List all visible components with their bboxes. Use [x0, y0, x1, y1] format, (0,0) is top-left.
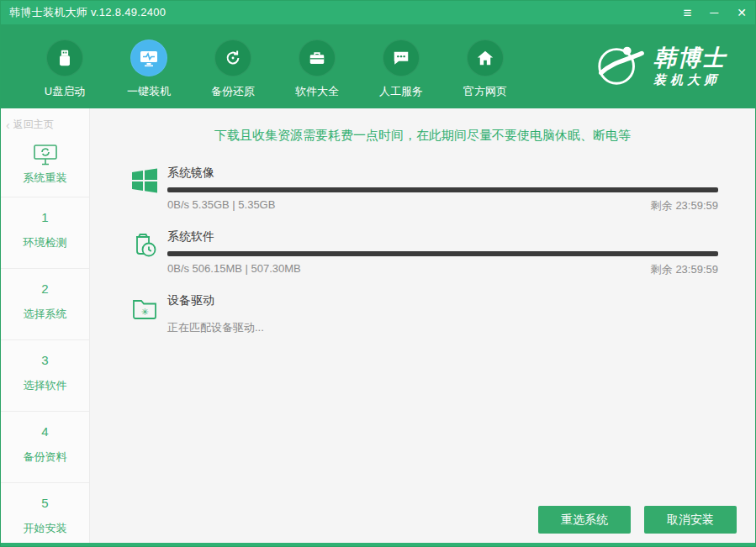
task-list: 系统镜像 0B/s 5.35GB | 5.35GB 剩余 23:59:59 — [90, 144, 755, 335]
step-label: 选择系统 — [1, 307, 89, 322]
nav-item-backup-restore[interactable]: 备份还原 — [191, 24, 275, 108]
window-controls: ≡ ─ ✕ — [683, 6, 747, 20]
step-number: 5 — [1, 496, 89, 510]
progress-bar — [167, 251, 718, 256]
monitor-reinstall-icon — [32, 144, 59, 166]
back-chevron-icon: ‹ — [6, 118, 10, 132]
task-name: 系统镜像 — [167, 166, 718, 181]
sidebar-step-3-select-software[interactable]: 3 选择软件 — [1, 340, 89, 412]
software-package-icon — [130, 229, 161, 277]
task-row-system-software: 系统软件 0B/s 506.15MB | 507.30MB 剩余 23:59:5… — [130, 229, 718, 277]
task-remaining: 剩余 23:59:59 — [651, 198, 718, 213]
nav-item-software[interactable]: 软件大全 — [275, 24, 359, 108]
brand-line2: 装机大师 — [653, 73, 727, 87]
task-remaining: 剩余 23:59:59 — [651, 262, 718, 277]
nav-label: 备份还原 — [211, 84, 255, 99]
nav-label: 人工服务 — [379, 84, 423, 99]
task-row-device-drivers: ✳ 设备驱动 正在匹配设备驱动... — [130, 293, 718, 335]
usb-icon — [46, 39, 83, 76]
window-body: ‹ 返回主页 系统重装 1 环境检测 2 — [1, 108, 755, 544]
nav-item-usb-boot[interactable]: U盘启动 — [23, 24, 107, 108]
nav-label: 软件大全 — [295, 84, 339, 99]
step-label: 选择软件 — [1, 378, 89, 393]
task-name: 设备驱动 — [167, 293, 718, 308]
sidebar-current-label: 系统重装 — [24, 171, 67, 184]
driver-folder-icon: ✳ — [130, 293, 161, 335]
download-notice: 下载且收集资源需要耗费一点时间，在此期间尽量不要使电脑休眠、断电等 — [90, 108, 755, 144]
task-status: 正在匹配设备驱动... — [167, 320, 718, 335]
titlebar: 韩博士装机大师 v.12.8.49.2400 ≡ ─ ✕ — [1, 1, 755, 24]
cancel-install-button[interactable]: 取消安装 — [644, 506, 737, 534]
sidebar: ‹ 返回主页 系统重装 1 环境检测 2 — [1, 108, 90, 544]
task-row-system-image: 系统镜像 0B/s 5.35GB | 5.35GB 剩余 23:59:59 — [130, 166, 718, 213]
step-label: 环境检测 — [1, 235, 89, 250]
top-nav: U盘启动 一键装机 备份还原 — [1, 24, 755, 108]
backup-restore-icon — [214, 39, 251, 76]
step-label: 备份资料 — [1, 450, 89, 465]
step-number: 2 — [1, 281, 89, 296]
bottom-accent-strip — [1, 543, 755, 546]
sidebar-step-5-start-install[interactable]: 5 开始安装 — [1, 483, 89, 547]
menu-button[interactable]: ≡ — [683, 6, 691, 20]
svg-text:✳: ✳ — [140, 307, 148, 317]
reselect-system-button[interactable]: 重选系统 — [538, 506, 631, 534]
back-home-link[interactable]: ‹ 返回主页 — [1, 108, 89, 139]
step-number: 3 — [1, 353, 89, 367]
nav-item-support[interactable]: 人工服务 — [359, 24, 443, 108]
step-number: 1 — [1, 210, 89, 224]
progress-bar — [167, 187, 718, 192]
support-chat-icon — [383, 39, 420, 76]
task-stats: 0B/s 5.35GB | 5.35GB — [167, 198, 275, 213]
sidebar-step-1-environment[interactable]: 1 环境检测 — [1, 197, 89, 269]
step-label: 开始安装 — [1, 521, 89, 536]
brand-name: 韩博士 装机大师 — [653, 46, 727, 87]
nav-item-one-key-install[interactable]: 一键装机 — [107, 24, 191, 108]
close-button[interactable]: ✕ — [737, 7, 747, 18]
nav-label: 官方网页 — [463, 84, 507, 99]
brand-logo-icon — [595, 42, 647, 91]
brand: 韩博士 装机大师 — [595, 24, 727, 108]
task-name: 系统软件 — [167, 229, 718, 245]
sidebar-step-4-backup-data[interactable]: 4 备份资料 — [1, 412, 89, 483]
step-number: 4 — [1, 424, 89, 439]
main-content: 下载且收集资源需要耗费一点时间，在此期间尽量不要使电脑休眠、断电等 系统镜像 — [90, 108, 755, 544]
official-website-icon — [467, 39, 504, 76]
sidebar-item-system-reinstall[interactable]: 系统重装 — [1, 139, 89, 197]
back-home-label: 返回主页 — [13, 118, 54, 132]
one-key-install-icon — [130, 39, 167, 76]
nav-item-website[interactable]: 官方网页 — [443, 24, 527, 108]
minimize-button[interactable]: ─ — [710, 7, 718, 18]
sidebar-step-2-select-system[interactable]: 2 选择系统 — [1, 269, 89, 340]
software-collection-icon — [299, 39, 336, 76]
task-stats: 0B/s 506.15MB | 507.30MB — [167, 262, 301, 277]
nav-label: 一键装机 — [127, 84, 171, 99]
brand-line1: 韩博士 — [653, 46, 727, 71]
windows-logo-icon — [130, 166, 161, 213]
action-buttons: 重选系统 取消安装 — [538, 506, 737, 534]
nav-label: U盘启动 — [45, 84, 85, 99]
window-title: 韩博士装机大师 v.12.8.49.2400 — [9, 5, 166, 20]
app-window: 韩博士装机大师 v.12.8.49.2400 ≡ ─ ✕ U盘启动 — [0, 0, 756, 547]
